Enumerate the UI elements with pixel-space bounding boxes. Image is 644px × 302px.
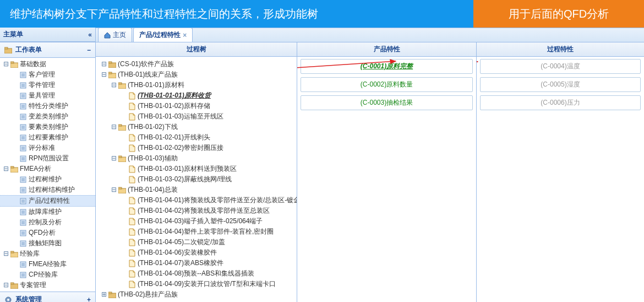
left-tree-node[interactable]: FMEA经验库 [0, 259, 95, 269]
left-panel: 主菜单 « 工作表单 − ⊟基础数据客户管理零件管理量具管理特性分类维护变差类别… [0, 28, 96, 302]
process-tree-node[interactable]: (THB-01-04-06)安装橡胶件 [99, 247, 293, 258]
process-tree-node[interactable]: ⊟(THB-01-02)下线 [99, 122, 293, 132]
process-tree-node[interactable]: (THB-01-01-01)原料收货 [99, 90, 293, 101]
left-tree-node[interactable]: ⊟基础数据 [0, 59, 95, 69]
process-tree-node[interactable]: ⊟(THB-01)线束产品族 [99, 69, 293, 80]
process-tree-node[interactable]: (THB-01-04-08)预装--ABS和集线器插装 [99, 268, 293, 279]
process-char-pill[interactable]: (C-0006)压力 [480, 95, 641, 110]
product-char-pill[interactable]: (C-0001)原料完整 [301, 59, 473, 74]
left-tree-node[interactable]: 过程树维护 [0, 174, 95, 185]
left-tree-node[interactable]: 量具管理 [0, 90, 95, 101]
tab-product-process[interactable]: 产品/过程特性 × [133, 28, 193, 42]
svg-rect-81 [10, 283, 14, 284]
process-tree-node[interactable]: (THB-01-02-01)开线剥头 [99, 132, 293, 143]
left-tree-node[interactable]: ⊟专案管理 [0, 280, 95, 290]
process-tree-node[interactable]: (THB-01-04-09)安装开口波纹管/T型和末端卡口 [99, 279, 293, 289]
svg-rect-85 [108, 62, 112, 63]
process-tree-node[interactable]: (THB-01-04-05)二次锁定/加盖 [99, 237, 293, 247]
process-char-column: 过程特性 (C-0004)温度(C-0005)湿度(C-0006)压力 [477, 42, 644, 302]
left-tree-node[interactable]: QFD分析 [0, 228, 95, 238]
process-tree-node[interactable]: (THB-01-04-03)端子插入塑件-025/064端子 [99, 216, 293, 227]
svg-rect-97 [108, 292, 112, 294]
process-tree-node[interactable]: ⊟(CS-01)软件产品族 [99, 59, 293, 69]
left-tree-node[interactable]: 要素类别维护 [0, 122, 95, 132]
right-panel: 主页 产品/过程特性 × 过程树 ⊟(CS-01)软件产品族⊟(THB-01)线… [96, 28, 644, 302]
banner-orange: 用于后面的QFD分析 [473, 0, 644, 28]
tab-home[interactable]: 主页 [98, 28, 132, 42]
process-tree-node[interactable]: (THB-01-03-01)原材料送到预装区 [99, 164, 293, 174]
banner-blue: 维护结构树分支下产品特性和过程特性之间的关系，形成功能树 [0, 0, 473, 28]
process-char-body: (C-0004)温度(C-0005)湿度(C-0006)压力 [477, 57, 644, 302]
process-tree-node[interactable]: ⊟(THB-01-04)总装 [99, 185, 293, 195]
process-tree-node[interactable]: ⊞(THB-02)悬挂产品族 [99, 289, 293, 300]
home-icon [104, 31, 111, 39]
process-char-pill[interactable]: (C-0004)温度 [480, 59, 641, 74]
process-tree-node[interactable]: (THB-01-04-02)将预装线及零部件送至总装区 [99, 206, 293, 216]
svg-rect-41 [10, 166, 14, 168]
tab-home-label: 主页 [113, 30, 126, 40]
svg-rect-89 [118, 83, 122, 84]
sysmgmt-label: 系统管理 [15, 295, 42, 302]
process-tree-node[interactable]: (THB-01-02-02)带密封圈压接 [99, 143, 293, 153]
process-char-pill[interactable]: (C-0005)湿度 [480, 77, 641, 92]
collapse-left-icon[interactable]: « [88, 31, 92, 39]
process-tree-node[interactable]: (THB-01-04-04)塑件上装零部件-装盲栓,密封圈 [99, 227, 293, 237]
minus-icon[interactable]: − [87, 46, 91, 54]
left-tree-node[interactable]: 故障库维护 [0, 207, 95, 217]
worksheet-section[interactable]: 工作表单 − [0, 42, 95, 58]
process-tree-node[interactable]: (THB-01-03-02)屏蔽线挑网/理线 [99, 174, 293, 185]
svg-rect-91 [118, 125, 122, 126]
process-tree-node[interactable]: (THB-01-01-03)运输至开线区 [99, 111, 293, 122]
process-char-header: 过程特性 [477, 42, 644, 57]
sysmgmt-section[interactable]: 系统管理 + [0, 292, 95, 302]
left-tree-node[interactable]: 客户管理 [0, 69, 95, 80]
product-char-body: (C-0001)原料完整(C-0002)原料数量(C-0003)抽检结果 [297, 57, 476, 302]
process-tree-node[interactable]: ⊟(THB-01-01)原材料 [99, 80, 293, 90]
tab-strip: 主页 产品/过程特性 × [96, 28, 644, 42]
folder-icon [4, 46, 12, 54]
process-tree-node[interactable]: (THB-01-04-07)装ABS橡胶件 [99, 258, 293, 268]
svg-rect-3 [10, 62, 14, 63]
left-tree-node[interactable]: RPN范围设置 [0, 153, 95, 164]
left-tree-node[interactable]: CP经验库 [0, 269, 95, 280]
svg-rect-1 [4, 47, 8, 49]
left-tree-node[interactable]: 控制及分析 [0, 217, 95, 228]
left-tree-node[interactable]: ⊟FMEA分析 [0, 164, 95, 174]
process-tree-column: 过程树 ⊟(CS-01)软件产品族⊟(THB-01)线束产品族⊟(THB-01-… [96, 42, 297, 302]
left-tree-node[interactable]: 变差类别维护 [0, 111, 95, 122]
product-char-pill[interactable]: (C-0003)抽检结果 [301, 95, 473, 110]
left-tree-node[interactable]: ⊟经验库 [0, 249, 95, 259]
close-icon[interactable]: × [183, 31, 187, 39]
left-tree-node[interactable]: 评分标准 [0, 143, 95, 153]
svg-rect-71 [10, 251, 14, 253]
process-tree-node[interactable]: (THB-01-04-01)将预装线及零部件送至分装/总装区-镀金端子 [99, 195, 293, 206]
product-char-pill[interactable]: (C-0002)原料数量 [301, 77, 473, 92]
left-tree-node[interactable]: 过程树结构维护 [0, 185, 95, 195]
main-menu-header: 主菜单 « [0, 28, 95, 42]
product-char-header: 产品特性 [297, 42, 476, 57]
process-tree-node[interactable]: (THB-01-01-02)原料存储 [99, 101, 293, 111]
tab-active-label: 产品/过程特性 [139, 30, 181, 40]
product-char-column: 产品特性 (C-0001)原料完整(C-0002)原料数量(C-0003)抽检结… [297, 42, 477, 302]
left-tree-node[interactable]: 产品/过程特性 [0, 195, 95, 207]
process-tree-node[interactable]: ⊟(THB-01-03)辅助 [99, 153, 293, 164]
process-tree-header: 过程树 [96, 42, 297, 57]
left-tree-node[interactable]: 零件管理 [0, 80, 95, 90]
left-tree[interactable]: ⊟基础数据客户管理零件管理量具管理特性分类维护变差类别维护要素类别维护过程要素维… [0, 58, 95, 292]
left-tree-node[interactable]: 接触矩阵图 [0, 238, 95, 249]
main-menu-title: 主菜单 [3, 30, 23, 39]
process-tree-body[interactable]: ⊟(CS-01)软件产品族⊟(THB-01)线束产品族⊟(THB-01-01)原… [96, 57, 297, 302]
plus-icon[interactable]: + [87, 296, 91, 303]
svg-point-83 [7, 299, 9, 301]
worksheet-label: 工作表单 [15, 45, 42, 55]
left-tree-node[interactable]: 特性分类维护 [0, 101, 95, 111]
left-tree-node[interactable]: 过程要素维护 [0, 132, 95, 143]
gear-icon [4, 295, 12, 302]
svg-rect-95 [118, 187, 122, 189]
svg-rect-87 [108, 72, 112, 74]
svg-rect-93 [118, 156, 122, 158]
